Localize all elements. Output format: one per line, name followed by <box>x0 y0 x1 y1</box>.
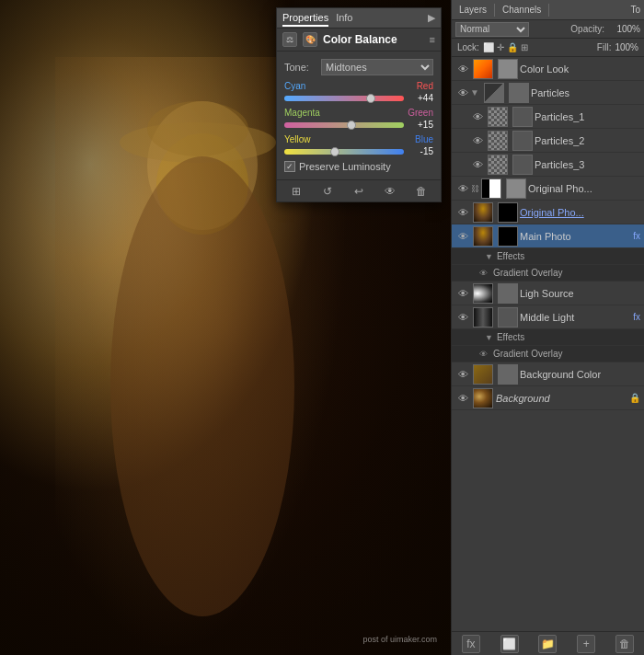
name-main-photo: Main Photo <box>520 231 630 242</box>
yellow-blue-track[interactable] <box>284 149 404 155</box>
effect-eye-main[interactable]: 👁 <box>479 269 488 278</box>
thumb-original-2 <box>473 202 493 223</box>
mask-ligh-source <box>498 283 518 304</box>
fx-middle-light: fx <box>633 312 640 322</box>
eye-middle-light[interactable]: 👁 <box>455 310 470 325</box>
props-delete-btn[interactable]: 🗑 <box>413 183 430 200</box>
new-group-btn[interactable]: 📁 <box>538 635 557 653</box>
lock-bar: Lock: ⬜ ✛ 🔒 ⊞ Fill: 100% <box>452 39 644 57</box>
cyan-red-track[interactable] <box>284 96 404 101</box>
eye-ligh-source[interactable]: 👁 <box>455 286 470 301</box>
mask-particles <box>509 83 529 103</box>
yellow-blue-value: -15 <box>408 146 433 156</box>
props-footer: ⊞ ↺ ↩ 👁 🗑 <box>277 179 441 201</box>
props-menu-btn[interactable]: ▶ <box>428 12 435 24</box>
tone-select[interactable]: Midtones Shadows Highlights <box>321 59 433 75</box>
add-effect-btn[interactable]: fx <box>462 635 480 653</box>
layer-middle-light[interactable]: 👁 Middle Light fx <box>452 305 644 329</box>
add-mask-btn[interactable]: ⬜ <box>500 635 519 653</box>
tab-info[interactable]: Info <box>336 10 352 27</box>
magenta-green-slider-container: +15 <box>284 120 433 130</box>
eye-color-look[interactable]: 👁 <box>455 62 470 76</box>
effects-expand-main[interactable]: ▼ <box>485 252 493 261</box>
blend-row: Normal Multiply Screen Overlay Opacity: … <box>452 20 644 39</box>
yellow-blue-thumb[interactable] <box>330 147 339 156</box>
thumb-color-look <box>473 59 493 79</box>
name-background: Background <box>496 393 627 404</box>
mask-background-color <box>498 364 518 385</box>
yellow-blue-slider-row: Yellow Blue -15 <box>284 134 433 156</box>
right-panel: Layers Channels To Normal Multiply Scree… <box>451 0 644 655</box>
eye-original-2[interactable]: 👁 <box>455 205 470 220</box>
svg-point-6 <box>110 156 294 616</box>
magenta-green-thumb[interactable] <box>347 121 356 130</box>
opacity-value[interactable]: 100% <box>608 24 640 34</box>
thumb-main-photo <box>473 226 493 247</box>
props-prev-btn[interactable]: ↩ <box>351 183 367 200</box>
lock-background-icon: 🔒 <box>629 393 640 403</box>
effects-label-middle: Effects <box>497 332 524 342</box>
eye-background-color[interactable]: 👁 <box>455 367 470 382</box>
cyan-red-thumb[interactable] <box>366 94 375 103</box>
yellow-label: Yellow <box>284 134 311 144</box>
effects-expand-middle[interactable]: ▼ <box>485 333 493 342</box>
particles-expand-arrow[interactable]: ▼ <box>470 87 479 98</box>
layer-color-look[interactable]: 👁 Color Look <box>452 57 644 81</box>
effect-eye-middle[interactable]: 👁 <box>479 350 488 359</box>
mask-particles-1 <box>512 107 533 127</box>
red-label: Red <box>417 81 433 91</box>
props-reset-btn[interactable]: ↺ <box>319 183 336 200</box>
lock-all-icon[interactable]: 🔒 <box>507 42 518 52</box>
color-balance-icon2: 🎨 <box>303 32 317 47</box>
layer-main-photo[interactable]: 👁 Main Photo fx <box>452 224 644 248</box>
layers-list[interactable]: 👁 Color Look 👁 ▼ Particles 👁 Particles_ <box>452 57 644 631</box>
layer-original-photo-2[interactable]: 👁 Original Pho... <box>452 201 644 224</box>
eye-particles-3[interactable]: 👁 <box>470 157 485 172</box>
mask-original-1 <box>506 178 526 199</box>
layer-background-color[interactable]: 👁 Background Color <box>452 362 644 386</box>
eye-particles-1[interactable]: 👁 <box>470 109 485 124</box>
effects-header-main: ▼ Effects <box>452 248 644 265</box>
name-background-color: Background Color <box>520 369 640 380</box>
layer-particles-3[interactable]: 👁 Particles_3 <box>452 153 644 177</box>
effect-gradient-overlay-main[interactable]: 👁 Gradient Overlay <box>452 265 644 282</box>
eye-background[interactable]: 👁 <box>455 391 470 406</box>
magenta-green-track[interactable] <box>284 122 404 128</box>
preserve-row: ✓ Preserve Luminosity <box>284 161 433 172</box>
tab-properties[interactable]: Properties <box>282 10 328 27</box>
props-expand-btn[interactable]: ≡ <box>430 34 435 45</box>
effects-header-middle: ▼ Effects <box>452 329 644 346</box>
preserve-checkbox[interactable]: ✓ <box>284 161 295 172</box>
eye-particles-2[interactable]: 👁 <box>470 133 485 148</box>
delete-layer-btn[interactable]: 🗑 <box>615 635 634 653</box>
layer-particles-1[interactable]: 👁 Particles_1 <box>452 105 644 129</box>
layer-ligh-source[interactable]: 👁 Ligh Source <box>452 282 644 305</box>
effect-gradient-overlay-middle[interactable]: 👁 Gradient Overlay <box>452 346 644 362</box>
svg-point-2 <box>147 101 258 230</box>
cyan-red-value: +44 <box>408 93 433 103</box>
eye-main-photo[interactable]: 👁 <box>455 229 470 244</box>
color-balance-icon: ⚖ <box>282 32 297 47</box>
layer-original-photo-1[interactable]: 👁 ⛓ Original Pho... <box>452 177 644 201</box>
blend-mode-select[interactable]: Normal Multiply Screen Overlay <box>455 22 529 37</box>
eye-original-1[interactable]: 👁 <box>455 181 470 196</box>
thumb-particles-1 <box>488 107 508 127</box>
eye-particles[interactable]: 👁 <box>455 86 470 100</box>
lock-position-icon[interactable]: ✛ <box>497 42 504 52</box>
thumb-particles-2 <box>488 131 508 151</box>
props-visibility-btn[interactable]: 👁 <box>382 183 398 200</box>
top-toolbar: Layers Channels To <box>452 0 644 20</box>
name-particles-1: Particles_1 <box>535 111 640 122</box>
svg-point-4 <box>120 122 276 163</box>
props-clip-btn[interactable]: ⊞ <box>288 183 305 200</box>
cyan-label: Cyan <box>284 81 305 91</box>
lock-artboard-icon[interactable]: ⊞ <box>521 42 528 52</box>
fill-value[interactable]: 100% <box>615 42 638 52</box>
layer-background[interactable]: 👁 Background 🔒 <box>452 386 644 410</box>
new-layer-btn[interactable]: + <box>577 635 595 653</box>
properties-panel: Properties Info ▶ ⚖ 🎨 Color Balance ≡ To… <box>276 7 442 202</box>
layer-particles[interactable]: 👁 ▼ Particles <box>452 81 644 105</box>
lock-pixels-icon[interactable]: ⬜ <box>483 42 494 52</box>
layer-particles-2[interactable]: 👁 Particles_2 <box>452 129 644 153</box>
thumb-particles-3 <box>488 155 508 175</box>
